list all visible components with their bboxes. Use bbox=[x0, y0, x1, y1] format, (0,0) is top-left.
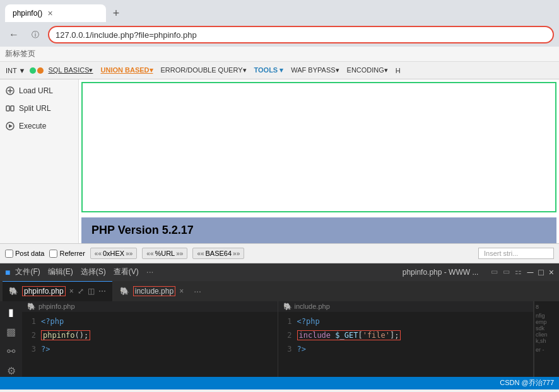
vscode-activity-bar: ▮ ▩ ⚯ ⚙ bbox=[0, 301, 22, 377]
toolbar-union-based[interactable]: UNION BASED▾ bbox=[98, 65, 156, 76]
code-content-phpinfo[interactable]: 1 <?php 2 phpinfo(); 3 ?> bbox=[22, 312, 278, 377]
new-tab-text: 新标签页 bbox=[5, 49, 35, 59]
file1-name: phpinfo.php bbox=[38, 303, 75, 310]
hex-encode-btn[interactable]: «« 0xHEX »» bbox=[90, 248, 138, 259]
toolbar-tools[interactable]: TOOLS ▾ bbox=[251, 65, 287, 76]
svg-rect-4 bbox=[11, 106, 14, 111]
layout-icon-3[interactable]: ⚏ bbox=[515, 267, 522, 277]
tab-bar: phpinfo() × + bbox=[0, 0, 559, 23]
referrer-checkbox[interactable]: Referrer bbox=[49, 250, 85, 258]
execute-label: Execute bbox=[19, 122, 46, 130]
tab1-extra3[interactable]: ⋯ bbox=[98, 287, 106, 296]
vscode-tab-include[interactable]: 🐘 include.php × bbox=[114, 281, 190, 301]
split-url-item[interactable]: Split URL bbox=[0, 100, 78, 117]
right-sidebar-panel: 8 nfig emp sdk clien k,sh er - bbox=[534, 301, 559, 377]
execute-icon bbox=[5, 121, 15, 131]
post-data-label: Post data bbox=[15, 250, 44, 257]
code-pane-include: 🐘 include.php 1 <?php 2 include bbox=[278, 301, 534, 377]
explorer-icon[interactable]: ▮ bbox=[8, 306, 14, 318]
layout-icon-2[interactable]: ▭ bbox=[503, 267, 510, 277]
browser-tab-active[interactable]: phpinfo() × bbox=[5, 4, 106, 22]
tab2-name: include.php bbox=[135, 287, 174, 296]
tool-main: Load URL Split URL Execute PHP Version 5… bbox=[0, 79, 559, 243]
code-line-inc-2: 2 include $_GET['file']; bbox=[278, 328, 534, 342]
vscode-editor: ▮ ▩ ⚯ ⚙ 🐘 phpinfo.php 1 <?php 2 bbox=[0, 301, 559, 377]
load-url-icon bbox=[5, 86, 15, 96]
code-line-3: 3 ?> bbox=[22, 342, 278, 356]
referrer-label: Referrer bbox=[59, 250, 85, 257]
git-icon[interactable]: ⚯ bbox=[7, 345, 15, 357]
new-tab-button[interactable]: + bbox=[109, 6, 124, 21]
load-url-item[interactable]: Load URL bbox=[0, 82, 78, 100]
vscode-win-controls: ▭ ▭ ⚏ ─ □ × bbox=[491, 267, 554, 277]
win-close[interactable]: × bbox=[549, 267, 554, 277]
code-line-inc-1: 1 <?php bbox=[278, 314, 534, 328]
php-version-text: PHP Version 5.2.17 bbox=[91, 224, 194, 236]
file2-name: include.php bbox=[295, 303, 330, 310]
tab2-close[interactable]: × bbox=[179, 287, 184, 296]
tool-sidebar: Load URL Split URL Execute bbox=[0, 79, 79, 243]
toolbar-int[interactable]: INT ▼ bbox=[3, 66, 28, 76]
load-url-label: Load URL bbox=[19, 86, 53, 95]
php-info-panel: PHP Version 5.2.17 bbox=[81, 217, 556, 243]
menu-edit[interactable]: 编辑(E) bbox=[48, 267, 73, 277]
toolbar-encoding[interactable]: ENCODING▾ bbox=[344, 65, 391, 76]
tab1-icon: 🐘 bbox=[9, 287, 18, 296]
tab-bar-more[interactable]: ··· bbox=[194, 286, 201, 296]
tab1-name-box: phpinfo.php bbox=[22, 286, 66, 296]
toolbar-sql-basics[interactable]: SQL BASICS▾ bbox=[45, 65, 96, 76]
code-content-include[interactable]: 1 <?php 2 include $_GET['file']; bbox=[278, 312, 534, 377]
vscode-code-area: 🐘 phpinfo.php 1 <?php 2 phpinfo(); bbox=[22, 301, 559, 377]
execute-item[interactable]: Execute bbox=[0, 117, 78, 135]
tab2-name-box: include.php bbox=[133, 286, 175, 296]
tab-title: phpinfo() bbox=[13, 9, 42, 18]
tool-content-area[interactable] bbox=[81, 82, 556, 212]
vscode-area: ■ 文件(F) 编辑(E) 选择(S) 查看(V) ··· phpinfo.ph… bbox=[0, 263, 559, 389]
settings-icon[interactable]: ⚙ bbox=[7, 365, 16, 377]
code-line-1: 1 <?php bbox=[22, 314, 278, 328]
menu-select[interactable]: 选择(S) bbox=[81, 267, 106, 277]
insert-string-field[interactable]: Insert stri... bbox=[478, 248, 554, 259]
browser-chrome: phpinfo() × + ← ⓘ 127.0.0.1/include.php?… bbox=[0, 0, 559, 62]
vscode-titlebar: ■ 文件(F) 编辑(E) 选择(S) 查看(V) ··· phpinfo.ph… bbox=[0, 263, 559, 281]
toolbar-h[interactable]: H bbox=[392, 66, 404, 76]
status-bar-text: CSDN @乔治777 bbox=[500, 378, 554, 388]
post-data-input[interactable] bbox=[5, 250, 13, 258]
menu-view[interactable]: 查看(V) bbox=[114, 267, 139, 277]
base64-encode-btn[interactable]: «« BASE64 »» bbox=[192, 248, 244, 259]
menu-more[interactable]: ··· bbox=[146, 267, 154, 277]
address-bar[interactable]: 127.0.0.1/include.php?file=phpinfo.php bbox=[48, 26, 554, 43]
vscode-tab-phpinfo[interactable]: 🐘 phpinfo.php × ⤢ ◫ ⋯ bbox=[3, 281, 112, 301]
insert-string-text: Insert stri... bbox=[484, 250, 518, 257]
post-data-checkbox[interactable]: Post data bbox=[5, 250, 44, 258]
layout-icon-1[interactable]: ▭ bbox=[491, 267, 498, 277]
svg-marker-6 bbox=[9, 124, 13, 128]
info-button[interactable]: ⓘ bbox=[26, 26, 44, 43]
split-url-label: Split URL bbox=[19, 104, 51, 113]
base64-label: BASE64 bbox=[206, 250, 232, 257]
toolbar-error-double[interactable]: ERROR/DOUBLE QUERY▾ bbox=[158, 65, 250, 76]
menu-file[interactable]: 文件(F) bbox=[15, 267, 40, 277]
win-minimize[interactable]: ─ bbox=[527, 267, 533, 277]
tab-close-btn[interactable]: × bbox=[47, 8, 52, 18]
referrer-input[interactable] bbox=[49, 250, 57, 258]
url-encode-btn[interactable]: «« %URL »» bbox=[142, 248, 187, 259]
win-maximize[interactable]: □ bbox=[538, 267, 543, 277]
new-tab-label: 新标签页 bbox=[0, 47, 559, 62]
back-button[interactable]: ← bbox=[5, 26, 23, 43]
options-bar: Post data Referrer «« 0xHEX »» «« %URL »… bbox=[0, 243, 559, 263]
include-call: include $_GET['file']; bbox=[297, 330, 401, 340]
file2-header: 🐘 include.php bbox=[278, 301, 534, 312]
phpinfo-call: phpinfo(); bbox=[41, 330, 90, 340]
tool-toolbar: INT ▼ SQL BASICS▾ UNION BASED▾ ERROR/DOU… bbox=[0, 62, 559, 79]
tab1-close[interactable]: × bbox=[69, 287, 74, 296]
vscode-menu: 文件(F) 编辑(E) 选择(S) 查看(V) ··· bbox=[15, 267, 153, 277]
search-icon[interactable]: ▩ bbox=[6, 326, 16, 338]
toolbar-waf[interactable]: WAF BYPASS▾ bbox=[288, 65, 342, 76]
tab1-extra2[interactable]: ◫ bbox=[88, 287, 95, 296]
hex-label: 0xHEX bbox=[103, 250, 124, 257]
tab1-name: phpinfo.php bbox=[24, 287, 64, 296]
yellow-dot bbox=[37, 67, 44, 74]
tab1-extra1[interactable]: ⤢ bbox=[78, 287, 84, 296]
address-bar-row: ← ⓘ 127.0.0.1/include.php?file=phpinfo.p… bbox=[0, 23, 559, 47]
